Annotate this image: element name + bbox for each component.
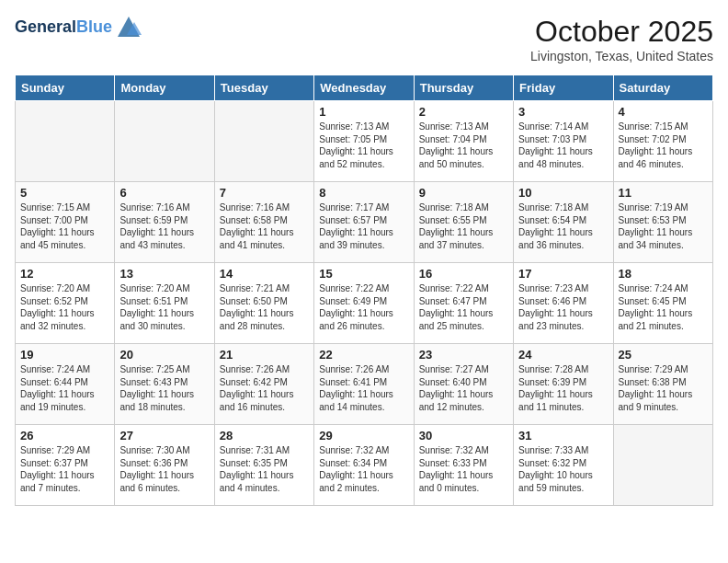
calendar-cell: 3Sunrise: 7:14 AM Sunset: 7:03 PM Daylig… bbox=[514, 101, 613, 182]
calendar-cell: 4Sunrise: 7:15 AM Sunset: 7:02 PM Daylig… bbox=[613, 101, 712, 182]
weekday-header-sunday: Sunday bbox=[16, 75, 115, 101]
calendar-cell: 24Sunrise: 7:28 AM Sunset: 6:39 PM Dayli… bbox=[514, 344, 613, 425]
day-info: Sunrise: 7:22 AM Sunset: 6:47 PM Dayligh… bbox=[419, 282, 508, 332]
day-info: Sunrise: 7:29 AM Sunset: 6:38 PM Dayligh… bbox=[619, 363, 708, 413]
day-number: 8 bbox=[319, 186, 408, 200]
calendar-cell: 13Sunrise: 7:20 AM Sunset: 6:51 PM Dayli… bbox=[115, 263, 214, 344]
calendar-week-2: 5Sunrise: 7:15 AM Sunset: 7:00 PM Daylig… bbox=[16, 182, 713, 263]
location: Livingston, Texas, United States bbox=[530, 49, 713, 63]
day-number: 15 bbox=[319, 267, 408, 281]
day-info: Sunrise: 7:13 AM Sunset: 7:04 PM Dayligh… bbox=[419, 121, 508, 170]
day-info: Sunrise: 7:28 AM Sunset: 6:39 PM Dayligh… bbox=[518, 363, 608, 413]
calendar-cell bbox=[16, 101, 115, 182]
calendar-cell: 6Sunrise: 7:16 AM Sunset: 6:59 PM Daylig… bbox=[115, 182, 214, 263]
day-number: 26 bbox=[20, 429, 109, 442]
weekday-header-thursday: Thursday bbox=[414, 75, 513, 101]
calendar-cell: 9Sunrise: 7:18 AM Sunset: 6:55 PM Daylig… bbox=[414, 182, 513, 263]
calendar-cell: 25Sunrise: 7:29 AM Sunset: 6:38 PM Dayli… bbox=[613, 344, 712, 425]
day-number: 13 bbox=[119, 267, 209, 281]
day-number: 4 bbox=[619, 105, 708, 119]
calendar-cell: 21Sunrise: 7:26 AM Sunset: 6:42 PM Dayli… bbox=[214, 344, 313, 425]
calendar-cell: 22Sunrise: 7:26 AM Sunset: 6:41 PM Dayli… bbox=[314, 344, 414, 425]
day-number: 14 bbox=[220, 267, 309, 281]
day-info: Sunrise: 7:15 AM Sunset: 7:02 PM Dayligh… bbox=[619, 121, 708, 170]
day-info: Sunrise: 7:15 AM Sunset: 7:00 PM Dayligh… bbox=[20, 201, 109, 251]
logo: GeneralBlue bbox=[15, 15, 142, 40]
calendar-cell: 28Sunrise: 7:31 AM Sunset: 6:35 PM Dayli… bbox=[214, 425, 313, 506]
day-number: 10 bbox=[518, 186, 608, 200]
calendar-cell: 16Sunrise: 7:22 AM Sunset: 6:47 PM Dayli… bbox=[414, 263, 513, 344]
month-title: October 2025 bbox=[530, 15, 713, 49]
day-number: 12 bbox=[20, 267, 109, 281]
calendar-cell: 18Sunrise: 7:24 AM Sunset: 6:45 PM Dayli… bbox=[613, 263, 712, 344]
day-number: 25 bbox=[619, 348, 708, 362]
day-info: Sunrise: 7:23 AM Sunset: 6:46 PM Dayligh… bbox=[518, 282, 608, 332]
day-number: 11 bbox=[619, 186, 708, 200]
calendar-cell: 1Sunrise: 7:13 AM Sunset: 7:05 PM Daylig… bbox=[314, 101, 414, 182]
calendar-cell: 29Sunrise: 7:32 AM Sunset: 6:34 PM Dayli… bbox=[314, 425, 414, 506]
day-info: Sunrise: 7:16 AM Sunset: 6:59 PM Dayligh… bbox=[119, 201, 209, 251]
day-info: Sunrise: 7:18 AM Sunset: 6:55 PM Dayligh… bbox=[419, 201, 508, 251]
day-info: Sunrise: 7:31 AM Sunset: 6:35 PM Dayligh… bbox=[220, 444, 309, 494]
day-info: Sunrise: 7:18 AM Sunset: 6:54 PM Dayligh… bbox=[518, 201, 608, 251]
day-number: 6 bbox=[119, 186, 209, 200]
day-number: 2 bbox=[419, 105, 508, 119]
day-info: Sunrise: 7:30 AM Sunset: 6:36 PM Dayligh… bbox=[119, 444, 209, 494]
day-number: 17 bbox=[518, 267, 608, 281]
day-info: Sunrise: 7:27 AM Sunset: 6:40 PM Dayligh… bbox=[419, 363, 508, 413]
day-info: Sunrise: 7:21 AM Sunset: 6:50 PM Dayligh… bbox=[220, 282, 309, 332]
calendar-cell: 23Sunrise: 7:27 AM Sunset: 6:40 PM Dayli… bbox=[414, 344, 513, 425]
day-info: Sunrise: 7:20 AM Sunset: 6:52 PM Dayligh… bbox=[20, 282, 109, 332]
calendar-cell bbox=[214, 101, 313, 182]
day-info: Sunrise: 7:24 AM Sunset: 6:45 PM Dayligh… bbox=[619, 282, 708, 332]
day-info: Sunrise: 7:22 AM Sunset: 6:49 PM Dayligh… bbox=[319, 282, 408, 332]
title-block: October 2025 Livingston, Texas, United S… bbox=[530, 15, 713, 63]
day-number: 1 bbox=[319, 105, 408, 119]
day-info: Sunrise: 7:26 AM Sunset: 6:41 PM Dayligh… bbox=[319, 363, 408, 413]
day-number: 28 bbox=[220, 429, 309, 442]
day-number: 21 bbox=[220, 348, 309, 362]
day-info: Sunrise: 7:17 AM Sunset: 6:57 PM Dayligh… bbox=[319, 201, 408, 251]
day-number: 31 bbox=[518, 429, 608, 442]
calendar-cell: 5Sunrise: 7:15 AM Sunset: 7:00 PM Daylig… bbox=[16, 182, 115, 263]
calendar-week-5: 26Sunrise: 7:29 AM Sunset: 6:37 PM Dayli… bbox=[16, 425, 713, 506]
calendar-week-1: 1Sunrise: 7:13 AM Sunset: 7:05 PM Daylig… bbox=[16, 101, 713, 182]
day-number: 20 bbox=[119, 348, 209, 362]
weekday-header-monday: Monday bbox=[115, 75, 214, 101]
day-number: 29 bbox=[319, 429, 408, 442]
day-info: Sunrise: 7:25 AM Sunset: 6:43 PM Dayligh… bbox=[119, 363, 209, 413]
day-number: 16 bbox=[419, 267, 508, 281]
day-info: Sunrise: 7:19 AM Sunset: 6:53 PM Dayligh… bbox=[619, 201, 708, 251]
calendar-cell: 7Sunrise: 7:16 AM Sunset: 6:58 PM Daylig… bbox=[214, 182, 313, 263]
calendar-header-row: SundayMondayTuesdayWednesdayThursdayFrid… bbox=[16, 75, 713, 101]
day-info: Sunrise: 7:20 AM Sunset: 6:51 PM Dayligh… bbox=[119, 282, 209, 332]
calendar-cell: 26Sunrise: 7:29 AM Sunset: 6:37 PM Dayli… bbox=[16, 425, 115, 506]
day-number: 24 bbox=[518, 348, 608, 362]
day-number: 3 bbox=[518, 105, 608, 119]
calendar-cell bbox=[613, 425, 712, 506]
day-number: 5 bbox=[20, 186, 109, 200]
day-number: 22 bbox=[319, 348, 408, 362]
day-number: 27 bbox=[119, 429, 209, 442]
calendar-cell: 2Sunrise: 7:13 AM Sunset: 7:04 PM Daylig… bbox=[414, 101, 513, 182]
weekday-header-friday: Friday bbox=[514, 75, 613, 101]
calendar-cell: 11Sunrise: 7:19 AM Sunset: 6:53 PM Dayli… bbox=[613, 182, 712, 263]
day-info: Sunrise: 7:33 AM Sunset: 6:32 PM Dayligh… bbox=[518, 444, 608, 494]
calendar-cell: 20Sunrise: 7:25 AM Sunset: 6:43 PM Dayli… bbox=[115, 344, 214, 425]
calendar-cell: 17Sunrise: 7:23 AM Sunset: 6:46 PM Dayli… bbox=[514, 263, 613, 344]
weekday-header-wednesday: Wednesday bbox=[314, 75, 414, 101]
calendar-week-3: 12Sunrise: 7:20 AM Sunset: 6:52 PM Dayli… bbox=[16, 263, 713, 344]
day-info: Sunrise: 7:26 AM Sunset: 6:42 PM Dayligh… bbox=[220, 363, 309, 413]
day-info: Sunrise: 7:13 AM Sunset: 7:05 PM Dayligh… bbox=[319, 121, 408, 170]
day-info: Sunrise: 7:32 AM Sunset: 6:33 PM Dayligh… bbox=[419, 444, 508, 494]
day-number: 23 bbox=[419, 348, 508, 362]
calendar-cell: 31Sunrise: 7:33 AM Sunset: 6:32 PM Dayli… bbox=[514, 425, 613, 506]
logo-icon bbox=[116, 15, 142, 40]
day-info: Sunrise: 7:29 AM Sunset: 6:37 PM Dayligh… bbox=[20, 444, 109, 494]
calendar-cell: 12Sunrise: 7:20 AM Sunset: 6:52 PM Dayli… bbox=[16, 263, 115, 344]
calendar-cell: 27Sunrise: 7:30 AM Sunset: 6:36 PM Dayli… bbox=[115, 425, 214, 506]
weekday-header-tuesday: Tuesday bbox=[214, 75, 313, 101]
calendar-week-4: 19Sunrise: 7:24 AM Sunset: 6:44 PM Dayli… bbox=[16, 344, 713, 425]
calendar-cell: 14Sunrise: 7:21 AM Sunset: 6:50 PM Dayli… bbox=[214, 263, 313, 344]
calendar-cell: 15Sunrise: 7:22 AM Sunset: 6:49 PM Dayli… bbox=[314, 263, 414, 344]
